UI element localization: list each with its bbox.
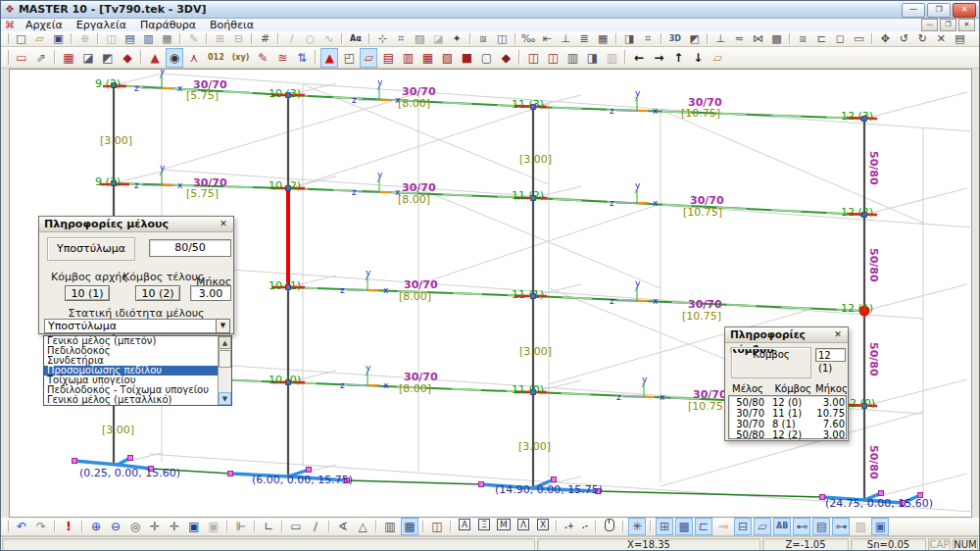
snap-intersection-icon[interactable]: ⊷ xyxy=(793,518,810,535)
tools-icon[interactable]: ✦ xyxy=(449,31,466,47)
clip-box-icon[interactable]: ◻ xyxy=(832,31,849,47)
axes-node-icon[interactable]: ◉ xyxy=(166,48,183,68)
dropdown-item[interactable]: Γενικό μέλος (μεταλλικό) xyxy=(44,395,218,405)
springs-icon[interactable]: ⋈ xyxy=(750,31,766,47)
node-member-row[interactable]: 50/8012 (0)3.00 xyxy=(729,397,846,408)
zoom-out-icon[interactable]: ⊖ xyxy=(107,518,124,535)
text-icon[interactable]: Aα xyxy=(347,31,365,47)
box-open-icon[interactable]: ▧ xyxy=(438,48,456,68)
combobox-value[interactable]: Υποστύλωμα xyxy=(44,319,216,333)
axis-arrows-icon[interactable]: ⇅ xyxy=(293,48,311,68)
win-cascade-icon[interactable]: ⧈ xyxy=(475,31,492,47)
menu-4[interactable]: Βοήθεια xyxy=(203,19,261,31)
solid-red-icon[interactable]: ■ xyxy=(458,48,475,68)
measure-line-icon[interactable]: ∕ xyxy=(307,518,324,535)
open-file-icon[interactable]: ▱ xyxy=(31,31,48,47)
zoom-window-icon[interactable]: ◎ xyxy=(126,518,144,535)
print-drawing-icon[interactable]: ▤ xyxy=(952,31,968,47)
mdi-restore-button[interactable]: ❐ xyxy=(940,19,956,31)
flag-view-icon[interactable]: ⇗ xyxy=(32,48,50,68)
slab-table-1-icon[interactable]: ◫ xyxy=(524,48,542,68)
redo-icon[interactable]: ↷ xyxy=(32,518,50,535)
open-view-icon[interactable]: ▱ xyxy=(709,48,726,68)
mdi-close-button[interactable]: ✕ xyxy=(958,19,975,31)
snap-text-icon[interactable]: AB xyxy=(773,518,791,535)
print-preview-icon[interactable]: ▥ xyxy=(140,31,157,47)
zoom-extents-icon[interactable]: ▣ xyxy=(185,518,203,535)
solid-stack-icon[interactable]: ◰ xyxy=(340,48,358,68)
zoom-in-icon[interactable]: ⊕ xyxy=(87,518,105,535)
nav-right-icon[interactable]: → xyxy=(650,48,667,68)
regenerate-icon[interactable]: ! xyxy=(60,518,77,535)
hatch-icon[interactable]: ▨ xyxy=(412,31,428,47)
snap-node-icon[interactable]: ▩ xyxy=(675,518,693,535)
measure-angle-icon[interactable]: ∢ xyxy=(334,518,352,535)
pen-red-icon[interactable]: ✎ xyxy=(254,48,271,68)
axes-member-icon[interactable]: ▲ xyxy=(146,48,164,68)
toolbar-grip[interactable] xyxy=(4,33,9,44)
undo-icon[interactable]: ↶ xyxy=(13,518,30,535)
note-icon[interactable]: ▭ xyxy=(851,31,867,47)
snap-nearest-icon[interactable]: ⊟ xyxy=(734,518,752,535)
close-button[interactable]: ✕ xyxy=(953,3,976,18)
member-outline-icon[interactable]: ▱ xyxy=(360,48,377,68)
scroll-up-icon[interactable]: ▲ xyxy=(219,336,231,349)
dim-node-icon[interactable]: ⊹ xyxy=(374,31,391,47)
numbering-012-icon[interactable]: 012 xyxy=(205,48,227,68)
member-dialog-titlebar[interactable]: Πληροφορίες μέλους ✕ xyxy=(39,217,233,232)
ortho-icon[interactable]: ∟ xyxy=(260,518,277,535)
align-text-icon[interactable]: ⇤ xyxy=(539,31,556,47)
node-members-list[interactable]: 50/8012 (0)3.0030/7011 (1)10.7530/708 (1… xyxy=(728,395,847,439)
grid-icon[interactable]: # xyxy=(257,31,273,47)
toolbar-grip[interactable] xyxy=(4,50,9,65)
measure-area-icon[interactable]: △ xyxy=(354,518,371,535)
static-property-combobox[interactable]: Υποστύλωμα ▼ xyxy=(44,319,230,333)
section-1-icon[interactable]: ◪ xyxy=(79,48,97,68)
snap-perpendicular-icon[interactable]: ▱ xyxy=(754,518,771,535)
dim-element-icon[interactable]: ⌗ xyxy=(393,31,410,47)
pan-icon[interactable]: ✥ xyxy=(877,31,894,47)
mdi-minimize-button[interactable]: — xyxy=(921,19,938,31)
layer-a-icon[interactable]: A xyxy=(456,518,473,535)
numbering-xyz-icon[interactable]: (xy) xyxy=(229,48,253,68)
node-member-row[interactable]: 50/8012 (2)3.00 xyxy=(729,429,846,440)
nav-left-icon[interactable]: ← xyxy=(630,48,648,68)
snap-tangent-icon[interactable]: ⊶ xyxy=(832,518,850,535)
print-icon[interactable]: ▤ xyxy=(122,31,138,47)
snap-endpoint-icon[interactable]: ⊏ xyxy=(695,518,712,535)
view-3d-icon[interactable]: 3D xyxy=(666,31,684,47)
layer-m-icon[interactable]: M xyxy=(495,518,513,535)
menu-1[interactable]: Αρχεία xyxy=(19,19,70,31)
toolbar-grip[interactable] xyxy=(4,521,9,533)
zoom-pan-1-icon[interactable]: ✛ xyxy=(146,518,164,535)
table-red-icon[interactable]: ▦ xyxy=(60,48,77,68)
layer-lambda-icon[interactable]: Λ xyxy=(514,518,532,535)
clip-region-icon[interactable]: ⧈ xyxy=(795,31,811,47)
node-member-row[interactable]: 30/708 (1)7.60 xyxy=(729,419,846,429)
mouse-settings-icon[interactable] xyxy=(601,518,618,535)
maximize-button[interactable]: ❐ xyxy=(927,3,951,18)
polygon-red-icon[interactable]: ▭ xyxy=(13,48,30,68)
node-support-icon[interactable]: ⊥ xyxy=(558,31,574,47)
member-dialog-close-icon[interactable]: ✕ xyxy=(217,218,230,229)
table-insert-icon[interactable]: ≣ xyxy=(576,31,593,47)
combobox-dropdown-icon[interactable]: ▼ xyxy=(216,319,230,333)
section-2-icon[interactable]: ◩ xyxy=(99,48,117,68)
releases-icon[interactable]: ≂ xyxy=(731,31,748,47)
copy-view-icon[interactable]: ◫ xyxy=(428,518,446,535)
clip-left-icon[interactable]: ⊏ xyxy=(813,31,830,47)
foundation-nodes[interactable] xyxy=(73,456,923,506)
per-mille-icon[interactable]: ‰ xyxy=(520,31,537,47)
member-view-icon[interactable]: ▲ xyxy=(320,48,338,68)
layer-xi-icon[interactable]: Ξ xyxy=(475,518,493,535)
snap-extension-icon[interactable]: ▤ xyxy=(812,518,830,535)
snap-grid-icon[interactable]: ⊞ xyxy=(656,518,673,535)
balloon-icon[interactable]: ▢ xyxy=(477,48,495,68)
levels-icon[interactable]: ⊩ xyxy=(232,518,250,535)
new-file-icon[interactable]: □ xyxy=(13,31,29,47)
node-dialog-titlebar[interactable]: Πληροφορίες κόμβου ✕ xyxy=(725,327,848,343)
calc-icon[interactable]: ▦ xyxy=(595,31,612,47)
orbit-right-icon[interactable]: ↻ xyxy=(914,31,931,47)
labels-icon[interactable]: ≊ xyxy=(273,48,291,68)
export-icon[interactable]: ▦ xyxy=(159,31,175,47)
